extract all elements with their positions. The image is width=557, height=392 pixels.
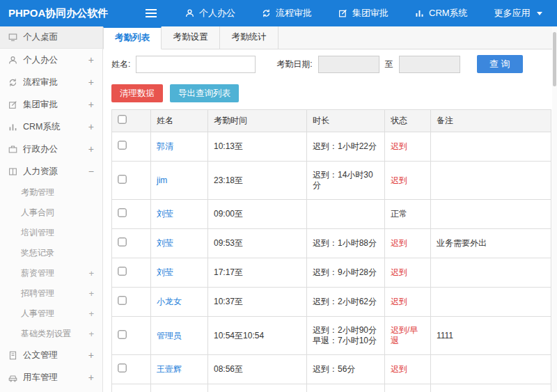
- employee-name-link[interactable]: 王壹辉: [157, 364, 182, 374]
- date-from-input[interactable]: [318, 56, 379, 73]
- name-input[interactable]: [136, 56, 256, 73]
- employee-name-link[interactable]: jim: [157, 175, 167, 185]
- row-checkbox[interactable]: [118, 267, 126, 275]
- duration-text: 迟到：14小时30分: [307, 162, 385, 200]
- sidebar-item-desktop[interactable]: 个人桌面: [0, 26, 102, 49]
- sidebar-item-group-approval[interactable]: 集团审批 +: [0, 93, 102, 116]
- process-icon: [8, 77, 17, 87]
- employee-name-link[interactable]: 郭清: [157, 141, 173, 151]
- duration-text: 迟到：5小时33分 早退：4小时67分: [307, 384, 385, 392]
- row-checkbox[interactable]: [118, 237, 126, 246]
- employee-name-link[interactable]: 刘莹: [157, 238, 173, 248]
- sidebar-subitem-label: 薪资管理: [21, 267, 54, 279]
- scrollbar-track[interactable]: [552, 26, 557, 392]
- table-row: 刘莹 09:00至 正常: [112, 200, 551, 229]
- menu-icon[interactable]: [145, 8, 157, 18]
- sidebar-subitem-base-settings[interactable]: 基础类别设置 +: [0, 324, 102, 344]
- note-text: [431, 258, 551, 288]
- sidebar-subitem-label: 奖惩记录: [21, 247, 54, 259]
- row-checkbox[interactable]: [118, 296, 126, 304]
- sidebar-subitem-label: 人事合同: [21, 207, 54, 219]
- sidebar-item-hr[interactable]: 人力资源 −: [0, 160, 102, 182]
- expand-toggle[interactable]: +: [88, 288, 94, 299]
- sidebar-subitem-training[interactable]: 培训管理: [0, 223, 102, 243]
- employee-name-link[interactable]: 管理员: [157, 331, 182, 340]
- nav-label: 个人办公: [199, 7, 235, 19]
- sidebar-item-workflow-approval[interactable]: 流程审批 +: [0, 71, 102, 93]
- chart-icon: [8, 122, 17, 132]
- export-list-button[interactable]: 导出查询列表: [170, 84, 239, 102]
- status-badge: 迟到/早退: [385, 317, 431, 355]
- sidebar-subitem-recruiting[interactable]: 招聘管理 +: [0, 283, 102, 304]
- collapse-toggle[interactable]: −: [88, 166, 94, 177]
- note-text: [431, 132, 551, 162]
- sidebar-item-personal-office[interactable]: 个人办公 +: [0, 49, 102, 71]
- nav-label: 流程审批: [276, 7, 312, 19]
- status-badge: 迟到: [385, 229, 431, 258]
- sidebar-item-label: 行政办公: [23, 143, 58, 155]
- edit-icon: [338, 8, 347, 18]
- duration-text: 迟到：1小时88分: [307, 229, 385, 258]
- row-checkbox[interactable]: [118, 141, 126, 149]
- expand-toggle[interactable]: +: [88, 268, 94, 279]
- status-badge: 正常: [385, 200, 431, 229]
- sidebar-subitem-label: 基础类别设置: [21, 328, 71, 340]
- date-to-input[interactable]: [399, 56, 460, 73]
- employee-name-link[interactable]: 刘莹: [157, 267, 173, 277]
- user-icon: [185, 8, 194, 18]
- to-label: 至: [385, 58, 393, 70]
- tab-attendance-stats[interactable]: 考勤统计: [220, 26, 278, 49]
- sidebar-subitem-contracts[interactable]: 人事合同: [0, 203, 102, 223]
- briefcase-icon: [8, 144, 17, 154]
- sidebar: 个人桌面 个人办公 + 流程审批 + 集团审批 + CRM系统 + 行政办公 +…: [0, 26, 103, 392]
- sidebar-subitem-rewards[interactable]: 奖惩记录: [0, 243, 102, 263]
- sidebar-subitem-label: 招聘管理: [21, 288, 54, 299]
- tab-attendance-settings[interactable]: 考勤设置: [162, 26, 220, 49]
- sidebar-item-crm[interactable]: CRM系统 +: [0, 116, 102, 138]
- expand-toggle[interactable]: +: [88, 350, 94, 361]
- expand-toggle[interactable]: +: [88, 329, 94, 339]
- name-label: 姓名:: [111, 58, 130, 70]
- search-button[interactable]: 查 询: [477, 55, 523, 73]
- expand-toggle[interactable]: +: [88, 54, 94, 65]
- nav-label: 更多应用: [494, 7, 531, 19]
- select-all-checkbox[interactable]: [118, 115, 126, 123]
- tab-attendance-list[interactable]: 考勤列表: [103, 26, 162, 49]
- expand-toggle[interactable]: +: [88, 143, 94, 155]
- sidebar-item-admin-office[interactable]: 行政办公 +: [0, 138, 102, 160]
- scrollbar-thumb[interactable]: [553, 32, 556, 86]
- attendance-time: 10:37至: [208, 288, 307, 317]
- row-checkbox[interactable]: [118, 330, 126, 338]
- nav-crm-system[interactable]: CRM系统: [415, 7, 468, 19]
- tab-bar: 考勤列表 考勤设置 考勤统计: [103, 26, 557, 49]
- nav-workflow-approval[interactable]: 流程审批: [262, 7, 312, 19]
- nav-group-approval[interactable]: 集团审批: [338, 7, 389, 19]
- sidebar-subitem-personnel[interactable]: 人事管理 +: [0, 304, 102, 324]
- expand-toggle[interactable]: +: [88, 308, 94, 319]
- expand-toggle[interactable]: +: [88, 121, 94, 132]
- row-checkbox[interactable]: [118, 363, 126, 372]
- expand-toggle[interactable]: +: [88, 77, 94, 88]
- expand-toggle[interactable]: +: [88, 99, 94, 110]
- employee-name-link[interactable]: 刘莹: [157, 209, 173, 219]
- nav-personal-office[interactable]: 个人办公: [185, 7, 235, 19]
- row-checkbox[interactable]: [118, 175, 126, 183]
- expand-toggle[interactable]: +: [88, 372, 94, 383]
- clean-data-button[interactable]: 清理数据: [111, 84, 163, 102]
- note-text: 1111: [431, 317, 551, 355]
- status-badge: 迟到: [385, 258, 431, 288]
- table-row: 郭清 10:13至 迟到：1小时22分 迟到: [112, 132, 551, 162]
- row-checkbox[interactable]: [118, 208, 126, 217]
- status-badge: 迟到: [385, 132, 431, 162]
- sidebar-subitem-salary[interactable]: 薪资管理 +: [0, 263, 102, 283]
- header-time: 考勤时间: [208, 110, 307, 132]
- sidebar-item-vehicles[interactable]: 用车管理 +: [0, 366, 102, 389]
- topbar: PHPOA协同办公软件 个人办公 流程审批 集团审批 CRM系统 更多应用: [0, 0, 557, 26]
- sidebar-item-documents[interactable]: 公文管理 +: [0, 344, 102, 366]
- employee-name-link[interactable]: 小龙女: [157, 297, 182, 306]
- status-badge: 迟到/早退: [385, 384, 431, 392]
- sidebar-subitem-attendance[interactable]: 考勤管理: [0, 182, 102, 203]
- attendance-time: 10:54至10:54: [208, 317, 307, 355]
- table-header-row: 姓名 考勤时间 时长 状态 备注: [112, 110, 551, 132]
- nav-more-apps[interactable]: 更多应用: [494, 7, 542, 19]
